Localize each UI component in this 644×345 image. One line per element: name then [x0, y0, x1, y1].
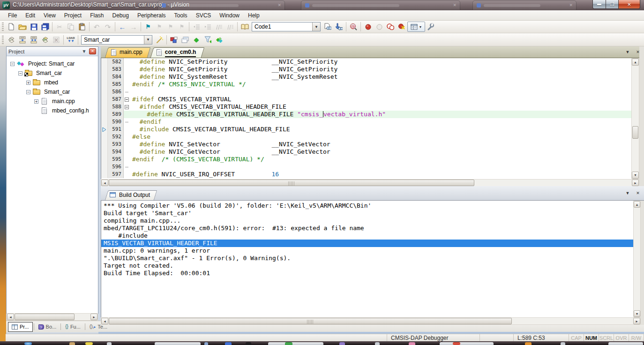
- debug-windows-button[interactable]: ▼: [407, 22, 425, 32]
- new-file-button[interactable]: [6, 22, 17, 32]
- open-file-button[interactable]: [17, 22, 28, 32]
- code-line-591[interactable]: 591 #include CMSIS_VECTAB_VIRTUAL_HEADER…: [101, 126, 631, 133]
- code-line-592[interactable]: 592#else: [101, 133, 631, 141]
- code-line-590[interactable]: 590 #endif: [101, 118, 631, 126]
- insert-breakpoint-button[interactable]: [362, 22, 374, 32]
- rebuild-button[interactable]: [28, 35, 39, 45]
- configure-syntax-book-button[interactable]: [239, 22, 250, 32]
- unindent-button[interactable]: [191, 22, 202, 32]
- menu-project[interactable]: Project: [60, 11, 86, 20]
- code-line-596[interactable]: 596: [101, 163, 631, 171]
- tab-close-icon[interactable]: ✕: [569, 3, 573, 8]
- editor-menu-chevron-icon[interactable]: ▼: [624, 49, 631, 55]
- filter-packs-button[interactable]: ◆: [202, 35, 213, 45]
- view-tab-fu[interactable]: {}Fu...: [62, 322, 84, 332]
- code-line-595[interactable]: 595#endif /* (CMSIS_VECTAB_VIRTUAL) */: [101, 156, 631, 163]
- background-browser-tab[interactable]: ✕: [472, 0, 577, 10]
- save-all-button[interactable]: [39, 22, 51, 32]
- build-line-7[interactable]: ".\BUILD\Smart_car.axf" - 1 Error(s), 0 …: [101, 255, 633, 262]
- background-browser-tab[interactable]: ✕: [157, 0, 285, 10]
- menu-window[interactable]: Window: [215, 11, 244, 20]
- toggle-bookmark-button[interactable]: ⚑: [142, 22, 154, 32]
- batch-build-button[interactable]: [39, 35, 51, 45]
- scroll-up-icon[interactable]: ▴: [632, 59, 639, 66]
- navigate-forward-button[interactable]: →: [128, 22, 139, 32]
- paste-button[interactable]: [76, 22, 88, 32]
- scroll-right-icon[interactable]: ▸: [633, 318, 640, 324]
- menu-flash[interactable]: Flash: [86, 11, 108, 20]
- clear-bookmarks-button[interactable]: ⚑: [176, 22, 187, 32]
- find-in-files-button[interactable]: [322, 22, 333, 32]
- indent-button[interactable]: [202, 22, 213, 32]
- menu-debug[interactable]: Debug: [108, 11, 133, 20]
- code-template-combo[interactable]: Code1 ▼: [252, 22, 321, 31]
- project-panel-close-icon[interactable]: ✕: [89, 48, 96, 54]
- build-output-body[interactable]: *** Using Compiler 'V5.06 (build 20)', f…: [101, 201, 633, 317]
- scroll-thumb[interactable]: [632, 126, 638, 139]
- project-hscrollbar[interactable]: ◂ ▸: [7, 313, 98, 321]
- tree-item-mbed[interactable]: +mbed: [7, 78, 98, 87]
- menu-help[interactable]: Help: [244, 11, 264, 20]
- toolbar-grip[interactable]: [2, 22, 4, 31]
- kill-all-breakpoints-button[interactable]: [385, 22, 396, 32]
- editor-hscrollbar[interactable]: ◂ ▸: [101, 179, 639, 187]
- code-line-593[interactable]: 593 #define NVIC_SetVector __NVIC_SetVec…: [101, 141, 631, 148]
- copy-button[interactable]: [65, 22, 76, 32]
- background-browser-tab[interactable]: ✕: [301, 0, 460, 10]
- build-line-9[interactable]: Build Time Elapsed: 00:00:01: [101, 270, 633, 277]
- close-button[interactable]: ✕: [619, 0, 640, 9]
- project-panel-header[interactable]: Project ▼ ✕: [7, 47, 98, 56]
- minimize-button[interactable]: [592, 0, 606, 9]
- code-line-597[interactable]: 597#define NVIC_USER_IRQ_OFFSET 16: [101, 171, 631, 178]
- build-vscrollbar[interactable]: ▴ ▾: [633, 201, 641, 317]
- scroll-down-icon[interactable]: ▾: [632, 172, 639, 179]
- incremental-find-button[interactable]: [333, 22, 344, 32]
- editor-vscrollbar[interactable]: ▴ ▾: [631, 58, 639, 179]
- scroll-thumb[interactable]: [15, 314, 75, 320]
- scroll-right-icon[interactable]: ▸: [90, 314, 97, 320]
- previous-bookmark-button[interactable]: ⚑: [154, 22, 165, 32]
- tab-core_cm0.h[interactable]: core_cm0.h: [152, 47, 203, 58]
- navigate-back-button[interactable]: ←: [117, 22, 128, 32]
- build-line-1[interactable]: Build target 'Smart_car': [101, 210, 633, 217]
- save-button[interactable]: [28, 22, 39, 32]
- tree-item-main.cpp[interactable]: +main.cpp: [7, 97, 98, 106]
- build-menu-chevron-icon[interactable]: ▼: [624, 190, 631, 196]
- scroll-left-icon[interactable]: ◂: [101, 180, 108, 186]
- view-tab-bo[interactable]: ?Bo...: [35, 322, 60, 332]
- comment-button[interactable]: [213, 22, 225, 32]
- menu-edit[interactable]: Edit: [21, 11, 39, 20]
- undo-button[interactable]: ↶: [91, 22, 102, 32]
- scroll-thumb[interactable]: [109, 318, 512, 324]
- next-bookmark-button[interactable]: ⚑: [165, 22, 176, 32]
- scroll-up-icon[interactable]: ▴: [634, 201, 640, 208]
- view-tab-pr[interactable]: Pr...: [8, 322, 33, 332]
- build-line-3[interactable]: mbed/TARGET_LPC11U24/core_cm0.h(591): er…: [101, 225, 633, 232]
- uncomment-button[interactable]: [225, 22, 236, 32]
- code-line-582[interactable]: 582 #define NVIC_SetPriority __NVIC_SetP…: [101, 58, 631, 66]
- expand-icon[interactable]: +: [34, 99, 38, 104]
- build-button[interactable]: [17, 35, 28, 45]
- code-line-589[interactable]: 589 #define CMSIS_VECTAB_VIRTUAL_HEADER_…: [101, 111, 631, 118]
- download-flash-button[interactable]: LOAD▼▼: [65, 35, 76, 45]
- taskbar[interactable]: [0, 341, 644, 345]
- scroll-down-icon[interactable]: ▾: [634, 310, 640, 317]
- pack-installer-button[interactable]: ◆◆◆: [213, 35, 225, 45]
- manage-rte-button[interactable]: [168, 35, 180, 45]
- scroll-left-icon[interactable]: ◂: [7, 314, 14, 320]
- select-software-packs-button[interactable]: ◆: [191, 35, 202, 45]
- translate-file-button[interactable]: [6, 35, 17, 45]
- toolbar-grip[interactable]: [2, 36, 4, 44]
- menu-tools[interactable]: Tools: [170, 11, 192, 20]
- build-line-2[interactable]: compiling main.cpp...: [101, 217, 633, 225]
- titlebar[interactable]: µV C:\Users\Administrator\Desktop\Smart_…: [0, 0, 644, 10]
- build-line-selected[interactable]: MSIS_VECTAB_VIRTUAL_HEADER_FILE: [101, 240, 633, 247]
- code-line-587[interactable]: 587#ifdef CMSIS_VECTAB_VIRTUAL: [101, 96, 631, 103]
- tab-build-output[interactable]: Build Output: [106, 190, 156, 200]
- code-line-586[interactable]: 586: [101, 88, 631, 96]
- configure-wrench-button[interactable]: [425, 22, 436, 32]
- start-orb-icon[interactable]: [24, 342, 32, 345]
- code-line-584[interactable]: 584 #define NVIC_SystemReset __NVIC_Syst…: [101, 73, 631, 81]
- expand-icon[interactable]: +: [26, 81, 30, 85]
- scroll-thumb[interactable]: [109, 180, 474, 186]
